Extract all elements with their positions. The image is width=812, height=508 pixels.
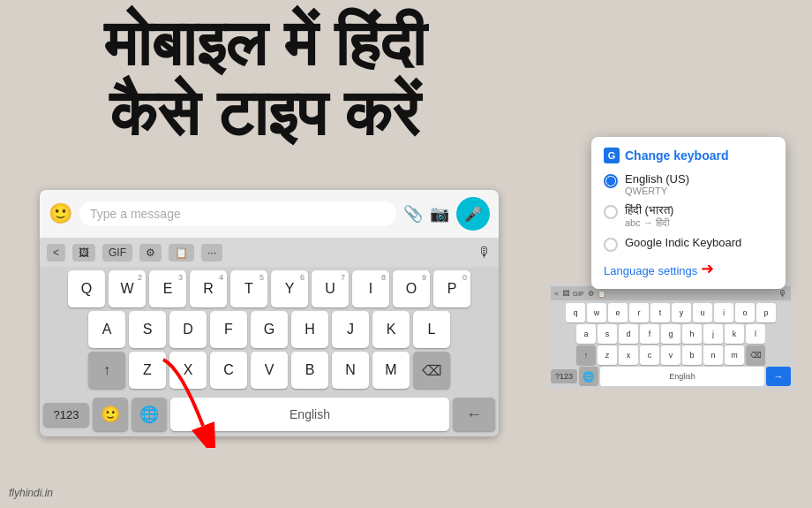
sm-key-s[interactable]: s [598, 324, 617, 344]
sm-key-row-3: ↑ z x c v b n m ⌫ [551, 345, 791, 365]
key-B[interactable]: B [291, 352, 328, 389]
sm-key-d[interactable]: d [619, 324, 638, 344]
key-Q[interactable]: Q [68, 270, 105, 307]
sm-key-x[interactable]: x [619, 345, 638, 365]
sticker-btn[interactable]: 🖼 [72, 244, 95, 262]
key-K[interactable]: K [372, 311, 410, 348]
option-english-label: English (US) [625, 172, 689, 186]
popup-option-indic[interactable]: Google Indic Keyboard [604, 236, 773, 252]
more-btn[interactable]: ··· [201, 244, 222, 262]
toolbar-mic-icon[interactable]: 🎙 [477, 245, 492, 261]
small-keyboard: < 🖼 GIF ⚙ 📋 🎙 q w e r t y u i o p a s d … [547, 283, 794, 390]
key-T[interactable]: T5 [230, 270, 267, 307]
key-row-3: ↑ Z X C V B N M ⌫ [43, 352, 495, 389]
sm-shift[interactable]: ↑ [576, 345, 596, 365]
sm-space-btn[interactable]: English [600, 367, 764, 386]
sm-key-i[interactable]: i [714, 303, 733, 322]
enter-button[interactable]: ← [453, 398, 495, 431]
sm-key-f[interactable]: f [640, 324, 659, 344]
clipboard-btn[interactable]: 📋 [169, 244, 194, 262]
sm-key-t[interactable]: t [650, 303, 670, 322]
sm-key-g[interactable]: g [661, 324, 680, 344]
sm-key-q[interactable]: q [566, 303, 585, 322]
sm-key-z[interactable]: z [598, 345, 617, 365]
key-H[interactable]: H [291, 311, 328, 348]
sm-key-o[interactable]: o [735, 303, 755, 322]
key-F[interactable]: F [210, 311, 247, 348]
sm-key-h[interactable]: h [682, 324, 702, 344]
num-button[interactable]: ?123 [43, 403, 89, 427]
sm-key-m[interactable]: m [725, 345, 744, 365]
sm-settings-btn[interactable]: ⚙ [588, 290, 594, 298]
sm-mic-btn[interactable]: 🎙 [778, 289, 787, 299]
sm-back-btn[interactable]: < [554, 290, 559, 298]
sm-key-p[interactable]: p [756, 303, 776, 322]
sm-key-r[interactable]: r [629, 303, 649, 322]
sm-key-k[interactable]: k [725, 324, 744, 344]
title-line2: कैसे टाइप करें [18, 79, 512, 148]
sm-key-a[interactable]: a [576, 324, 596, 344]
sm-key-b[interactable]: b [682, 345, 702, 365]
sm-clipboard-btn[interactable]: 📋 [598, 290, 606, 298]
key-M[interactable]: M [372, 352, 410, 389]
key-V[interactable]: V [251, 352, 288, 389]
key-J[interactable]: J [332, 311, 369, 348]
camera-icon[interactable]: 📷 [430, 204, 449, 224]
option-indic-label: Google Indic Keyboard [625, 236, 741, 249]
sm-key-l[interactable]: l [746, 324, 765, 344]
mic-button[interactable]: 🎤 [456, 197, 490, 231]
sm-key-w[interactable]: w [587, 303, 606, 322]
key-O[interactable]: O9 [393, 270, 430, 307]
sm-backspace[interactable]: ⌫ [746, 345, 765, 365]
emoji-icon[interactable]: 🙂 [49, 202, 72, 225]
popup-option-english[interactable]: English (US) QWERTY [604, 172, 773, 196]
message-input[interactable]: Type a message [79, 201, 396, 226]
sm-num-btn[interactable]: ?123 [551, 369, 577, 383]
key-I[interactable]: I8 [352, 270, 389, 307]
key-U[interactable]: U7 [312, 270, 349, 307]
sm-enter-btn[interactable]: → [766, 367, 791, 386]
radio-indic[interactable] [604, 238, 618, 252]
sm-key-v[interactable]: v [661, 345, 680, 365]
language-settings-link[interactable]: Language settings [604, 264, 697, 277]
attachment-icon[interactable]: 📎 [403, 204, 423, 224]
sm-gif-btn[interactable]: GIF [573, 290, 584, 298]
key-G[interactable]: G [251, 311, 288, 348]
radio-hindi[interactable] [604, 205, 618, 219]
gif-btn[interactable]: GIF [102, 244, 132, 262]
change-keyboard-popup: G Change keyboard English (US) QWERTY हि… [591, 137, 786, 289]
popup-option-hindi[interactable]: हिंदी (भारत) abc → हिंदी [604, 203, 773, 229]
option-english-sub: QWERTY [625, 186, 689, 196]
key-Y[interactable]: Y6 [271, 270, 308, 307]
sm-key-u[interactable]: u [693, 303, 712, 322]
sm-key-n[interactable]: n [703, 345, 723, 365]
key-shift[interactable]: ↑ [88, 352, 125, 389]
sm-key-e[interactable]: e [608, 303, 628, 322]
key-N[interactable]: N [332, 352, 369, 389]
key-D[interactable]: D [169, 311, 207, 348]
back-btn[interactable]: < [47, 244, 65, 262]
message-bar: 🙂 Type a message 📎 📷 🎤 [40, 190, 499, 239]
red-arrow [137, 351, 243, 448]
title-area: मोबाइल में हिंदी कैसे टाइप करें [18, 9, 512, 148]
emoji-button[interactable]: 🙂 [93, 398, 128, 431]
key-P[interactable]: P0 [433, 270, 470, 307]
sm-key-c[interactable]: c [640, 345, 659, 365]
radio-english[interactable] [604, 174, 618, 188]
key-E[interactable]: E3 [149, 270, 186, 307]
keyboard-toolbar: < 🖼 GIF ⚙ 📋 ··· 🎙 [40, 239, 499, 267]
settings-btn[interactable]: ⚙ [139, 244, 162, 262]
sm-key-j[interactable]: j [703, 324, 723, 344]
sm-key-y[interactable]: y [672, 303, 691, 322]
sm-globe-btn[interactable]: 🌐 [579, 367, 598, 386]
key-backspace[interactable]: ⌫ [413, 352, 450, 389]
keyboard-mockup: 🙂 Type a message 📎 📷 🎤 < 🖼 GIF ⚙ 📋 ··· 🎙… [40, 190, 499, 436]
lang-settings-arrow-icon: ➜ [701, 259, 714, 278]
key-A[interactable]: A [88, 311, 125, 348]
key-S[interactable]: S [129, 311, 166, 348]
option-hindi-sub: abc → हिंदी [625, 217, 673, 229]
key-L[interactable]: L [413, 311, 450, 348]
sm-sticker-btn[interactable]: 🖼 [562, 290, 569, 298]
key-R[interactable]: R4 [190, 270, 227, 307]
key-W[interactable]: W2 [109, 270, 146, 307]
